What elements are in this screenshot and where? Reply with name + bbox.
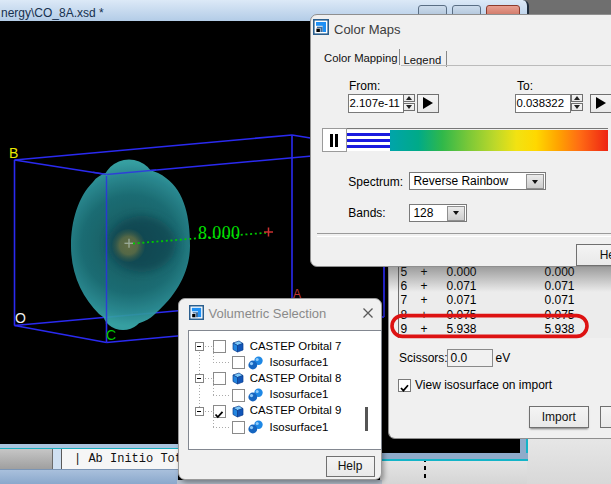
svg-text:C: C bbox=[106, 327, 116, 343]
svg-text:B: B bbox=[9, 145, 18, 161]
svg-text:O: O bbox=[15, 310, 26, 326]
svg-text:8.000: 8.000 bbox=[198, 223, 241, 243]
